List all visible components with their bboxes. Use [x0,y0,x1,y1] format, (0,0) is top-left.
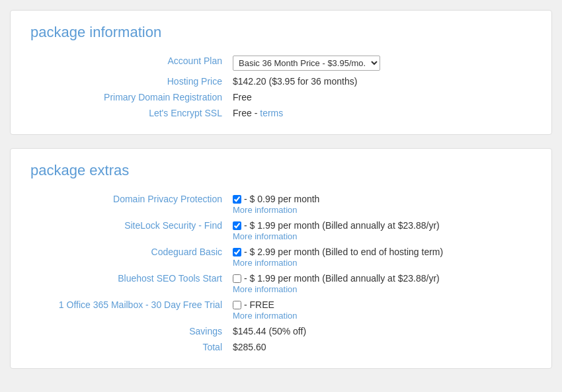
account-plan-label: Account Plan [30,53,229,73]
sitelock-value: - $ 1.99 per month (Billed annually at $… [229,217,532,244]
table-row: SiteLock Security - Find - $ 1.99 per mo… [30,217,532,244]
office365-row: - FREE [233,299,528,310]
seo-tools-label: Bluehost SEO Tools Start [30,270,229,297]
office365-checkbox[interactable] [233,301,241,309]
savings-label: Savings [30,323,229,339]
codeguard-checkbox[interactable] [233,248,241,256]
codeguard-row: - $ 2.99 per month (Billed to end of hos… [233,247,528,257]
table-row: Codeguard Basic - $ 2.99 per month (Bill… [30,244,532,270]
ssl-terms-link[interactable]: terms [260,108,283,118]
codeguard-more-info[interactable]: More information [233,258,298,268]
package-information-table: Account Plan Basic 36 Month Price - $3.9… [30,53,532,121]
seo-tools-row: - $ 1.99 per month (Billed annually at $… [233,273,528,284]
package-information-card: package information Account Plan Basic 3… [10,10,552,135]
package-information-title: package information [30,24,532,41]
ssl-label: Let's Encrypt SSL [30,105,229,121]
domain-privacy-checkbox[interactable] [233,195,241,204]
office365-more-info[interactable]: More information [233,311,298,321]
office365-label: 1 Office 365 Mailbox - 30 Day Free Trial [30,297,229,323]
sitelock-row: - $ 1.99 per month (Billed annually at $… [233,220,528,231]
domain-registration-text: Free [233,92,252,102]
codeguard-description: - $ 2.99 per month (Billed to end of hos… [244,247,443,257]
seo-tools-checkbox[interactable] [233,274,241,283]
domain-privacy-more-info[interactable]: More information [233,205,298,215]
account-plan-value: Basic 36 Month Price - $3.95/mo. Basic 1… [229,53,532,73]
table-row: Domain Privacy Protection - $ 0.99 per m… [30,191,532,217]
domain-privacy-description: - $ 0.99 per month [244,194,319,204]
table-row: Bluehost SEO Tools Start - $ 1.99 per mo… [30,270,532,297]
ssl-row: Let's Encrypt SSL Free - terms [30,105,532,121]
table-row: 1 Office 365 Mailbox - 30 Day Free Trial… [30,297,532,323]
seo-tools-value: - $ 1.99 per month (Billed annually at $… [229,270,532,297]
ssl-value: Free - terms [229,105,532,121]
account-plan-row: Account Plan Basic 36 Month Price - $3.9… [30,53,532,73]
hosting-price-label: Hosting Price [30,73,229,89]
office365-value: - FREE More information [229,297,532,323]
savings-row: Savings $145.44 (50% off) [30,323,532,339]
package-extras-card: package extras Domain Privacy Protection… [10,148,552,369]
hosting-price-value: $142.20 ($3.95 for 36 months) [229,73,532,89]
package-extras-title: package extras [30,162,532,179]
total-row: Total $285.60 [30,339,532,355]
ssl-free-text: Free [233,108,252,118]
package-extras-table: Domain Privacy Protection - $ 0.99 per m… [30,191,532,355]
total-label: Total [30,339,229,355]
hosting-price-row: Hosting Price $142.20 ($3.95 for 36 mont… [30,73,532,89]
total-value: $285.60 [229,339,532,355]
sitelock-description: - $ 1.99 per month (Billed annually at $… [244,220,440,231]
sitelock-more-info[interactable]: More information [233,231,298,241]
office365-description: - FREE [244,299,274,310]
seo-tools-description: - $ 1.99 per month (Billed annually at $… [244,273,440,284]
sitelock-label: SiteLock Security - Find [30,217,229,244]
domain-registration-row: Primary Domain Registration Free [30,89,532,105]
account-plan-select[interactable]: Basic 36 Month Price - $3.95/mo. Basic 1… [233,56,380,71]
domain-privacy-row: - $ 0.99 per month [233,194,528,204]
savings-value: $145.44 (50% off) [229,323,532,339]
ssl-dash: - [255,108,261,118]
codeguard-value: - $ 2.99 per month (Billed to end of hos… [229,244,532,270]
domain-registration-value: Free [229,89,532,105]
codeguard-label: Codeguard Basic [30,244,229,270]
seo-tools-more-info[interactable]: More information [233,284,298,294]
domain-privacy-value: - $ 0.99 per month More information [229,191,532,217]
domain-registration-label: Primary Domain Registration [30,89,229,105]
sitelock-checkbox[interactable] [233,221,241,230]
domain-privacy-label: Domain Privacy Protection [30,191,229,217]
